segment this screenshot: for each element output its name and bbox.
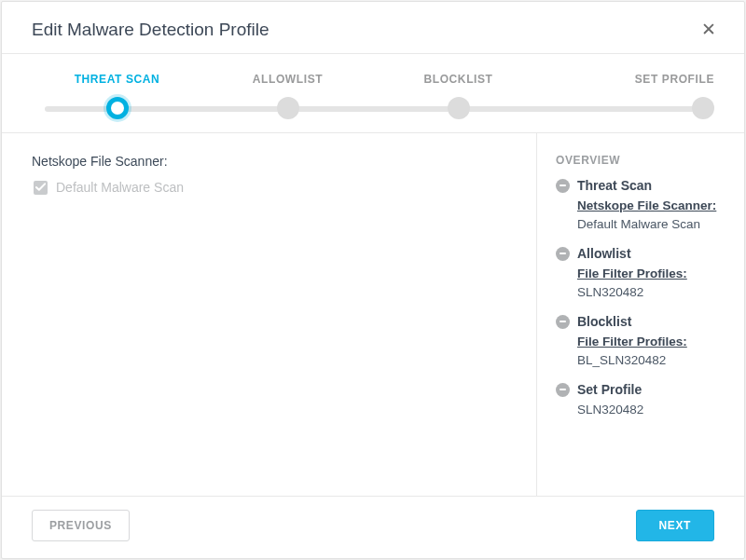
overview-title: OVERVIEW [556, 154, 727, 167]
overview-group-title: Set Profile [577, 382, 642, 397]
overview-group-blocklist: Blocklist File Filter Profiles: BL_SLN32… [556, 314, 727, 369]
close-button[interactable]: ✕ [696, 19, 722, 40]
overview-row[interactable]: Threat Scan [556, 178, 727, 193]
checkbox-checked-disabled-icon [34, 181, 48, 195]
overview-group-allowlist: Allowlist File Filter Profiles: SLN32048… [556, 246, 727, 301]
next-button[interactable]: NEXT [636, 510, 714, 541]
close-icon: ✕ [701, 20, 716, 39]
overview-group-detail: File Filter Profiles: SLN320482 [577, 265, 727, 301]
step-circle-icon [692, 97, 714, 119]
overview-group-detail: Netskope File Scanner: Default Malware S… [577, 197, 727, 233]
overview-row[interactable]: Blocklist [556, 314, 727, 329]
step-set-profile[interactable]: SET PROFILE [544, 73, 714, 119]
step-label: BLOCKLIST [423, 73, 492, 86]
overview-group-set-profile: Set Profile SLN320482 [556, 382, 727, 419]
overview-row[interactable]: Set Profile [556, 382, 727, 397]
step-circle-icon [106, 97, 129, 119]
overview-row[interactable]: Allowlist [556, 246, 727, 261]
overview-sub-value: BL_SLN320482 [577, 353, 666, 367]
overview-sub-label: File Filter Profiles: [577, 265, 727, 283]
collapse-minus-icon [556, 179, 570, 193]
overview-group-title: Allowlist [577, 246, 631, 261]
modal-footer: PREVIOUS NEXT [2, 496, 744, 558]
overview-group-threat-scan: Threat Scan Netskope File Scanner: Defau… [556, 178, 727, 233]
modal-body: Netskope File Scanner: Default Malware S… [2, 133, 744, 496]
modal-dialog: Edit Malware Detection Profile ✕ THREAT … [1, 1, 745, 559]
overview-sub-value: SLN320482 [577, 285, 643, 299]
collapse-minus-icon [556, 247, 570, 261]
modal-title: Edit Malware Detection Profile [32, 20, 269, 40]
modal-header: Edit Malware Detection Profile ✕ [2, 2, 744, 54]
overview-sub-label: File Filter Profiles: [577, 333, 727, 351]
collapse-minus-icon [556, 383, 570, 397]
step-blocklist[interactable]: BLOCKLIST [373, 73, 544, 119]
overview-panel: OVERVIEW Threat Scan Netskope File Scann… [537, 133, 744, 496]
step-threat-scan[interactable]: THREAT SCAN [32, 73, 202, 119]
overview-sub-label: Netskope File Scanner: [577, 197, 727, 215]
collapse-minus-icon [556, 315, 570, 329]
step-allowlist[interactable]: ALLOWLIST [202, 73, 373, 119]
overview-group-detail: File Filter Profiles: BL_SLN320482 [577, 333, 727, 369]
overview-group-title: Threat Scan [577, 178, 652, 193]
step-circle-icon [448, 97, 470, 119]
overview-group-detail: SLN320482 [577, 401, 727, 419]
step-label: THREAT SCAN [75, 73, 160, 86]
wizard-stepper: THREAT SCAN ALLOWLIST BLOCKLIST SET PROF… [2, 54, 744, 133]
main-panel: Netskope File Scanner: Default Malware S… [2, 133, 537, 496]
section-heading: Netskope File Scanner: [32, 154, 514, 169]
step-label: SET PROFILE [635, 73, 714, 86]
overview-sub-value: Default Malware Scan [577, 217, 700, 231]
step-circle-icon [277, 97, 299, 119]
checkbox-label: Default Malware Scan [56, 180, 184, 195]
overview-group-title: Blocklist [577, 314, 631, 329]
previous-button[interactable]: PREVIOUS [32, 510, 130, 541]
step-label: ALLOWLIST [253, 73, 323, 86]
overview-sub-value: SLN320482 [577, 403, 643, 417]
default-malware-scan-checkbox: Default Malware Scan [32, 180, 514, 195]
